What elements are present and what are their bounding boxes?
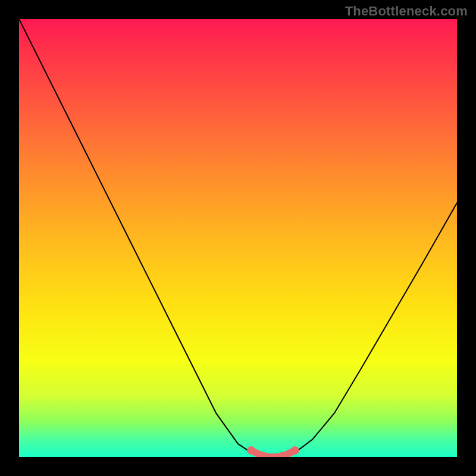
bottleneck-curve-svg xyxy=(19,19,457,457)
optimal-range-endpoint xyxy=(291,446,299,455)
optimal-range xyxy=(247,446,299,457)
plot-area xyxy=(19,19,457,457)
watermark-text: TheBottleneck.com xyxy=(345,4,468,19)
optimal-range-endpoint xyxy=(247,446,255,455)
bottleneck-curve xyxy=(19,19,457,457)
chart-frame: TheBottleneck.com xyxy=(0,0,476,476)
optimal-range-band xyxy=(251,450,295,457)
